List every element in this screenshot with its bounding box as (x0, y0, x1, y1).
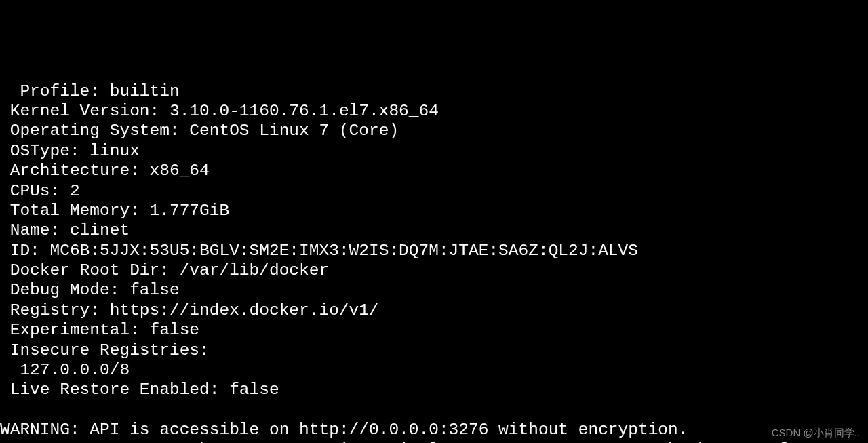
terminal-line: Docker Root Dir: /var/lib/docker (0, 261, 868, 280)
terminal-line: CPUs: 2 (0, 181, 868, 201)
terminal-line: 127.0.0.0/8 (0, 360, 868, 380)
terminal-line: Live Restore Enabled: false (0, 380, 868, 400)
terminal-line: Operating System: CentOS Linux 7 (Core) (0, 121, 868, 140)
terminal-line: Debug Mode: false (0, 280, 868, 300)
terminal-line: Architecture: x86_64 (0, 161, 868, 180)
terminal-line (0, 400, 868, 420)
terminal-line: Access to the remote API is equivalent t… (0, 440, 868, 443)
terminal-line: Total Memory: 1.777GiB (0, 201, 868, 220)
terminal-line: Registry: https://index.docker.io/v1/ (0, 301, 868, 320)
terminal-line: Experimental: false (0, 320, 868, 340)
terminal-line: Name: clinet (0, 220, 868, 240)
terminal-line: OSType: linux (0, 141, 868, 161)
terminal-line: WARNING: API is accessible on http://0.0… (0, 420, 868, 440)
terminal-line: ID: MC6B:5JJX:53U5:BGLV:SM2E:IMX3:W2IS:D… (0, 241, 868, 261)
watermark-text: CSDN @小肖同学.. (772, 427, 860, 439)
terminal-output: Profile: builtin Kernel Version: 3.10.0-… (0, 81, 868, 443)
terminal-line: Insecure Registries: (0, 341, 868, 360)
terminal-line: Kernel Version: 3.10.0-1160.76.1.el7.x86… (0, 101, 868, 121)
terminal-line: Profile: builtin (0, 81, 868, 101)
